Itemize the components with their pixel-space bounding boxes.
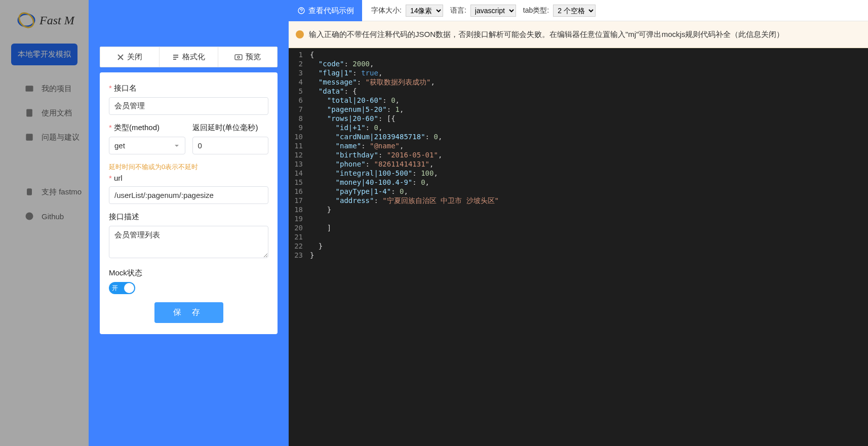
font-size-select[interactable]: 14像素: [406, 5, 443, 17]
close-icon: [117, 54, 124, 61]
code-line: 23}: [289, 251, 868, 260]
svg-point-8: [238, 56, 240, 58]
code-line: 18 }: [289, 205, 868, 214]
preview-button-label: 预览: [246, 52, 261, 62]
code-line: 13 "phone": "82611414131",: [289, 159, 868, 169]
mock-state-label: Mock状态: [109, 268, 268, 278]
help-icon: [297, 7, 305, 15]
delay-label: 返回延时(单位毫秒): [192, 123, 269, 133]
format-icon: [172, 54, 179, 61]
method-select[interactable]: get: [109, 137, 185, 154]
language-label: 语言:: [450, 6, 466, 15]
preview-icon: [234, 54, 243, 61]
code-line: 6 "total|20-60": 0,: [289, 96, 868, 105]
code-line: 4 "message": "获取数据列表成功",: [289, 77, 868, 87]
code-line: 1{: [289, 50, 868, 59]
save-button[interactable]: 保 存: [154, 302, 223, 323]
code-line: 2 "code": 2000,: [289, 59, 868, 68]
svg-rect-7: [235, 55, 242, 60]
code-line: 14 "integral|100-500": 100,: [289, 169, 868, 178]
view-example-label: 查看代码示例: [308, 6, 354, 16]
switch-text: 开: [112, 284, 118, 293]
code-line: 19: [289, 214, 868, 223]
drawer-toolbar: 关闭 格式化 预览: [100, 47, 278, 67]
tab-type-select[interactable]: 2 个空格: [553, 5, 596, 17]
view-example-button[interactable]: 查看代码示例: [289, 0, 362, 21]
close-button-label: 关闭: [127, 52, 142, 62]
editor-top-bar: 查看代码示例 字体大小: 14像素 语言: javascript tab类型: …: [289, 0, 868, 21]
code-line: 15 "money|40-100.4-9": 0,: [289, 178, 868, 187]
code-line: 20 ]: [289, 223, 868, 232]
editor-warning: 输入正确的不带任何注释代码的JSON数据，否则接口解析可能会失败。在编辑器任意位…: [289, 21, 868, 48]
code-line: 7 "pagenum|5-20": 1,: [289, 105, 868, 114]
font-size-label: 字体大小:: [371, 6, 402, 15]
mock-state-switch[interactable]: 开: [109, 282, 135, 294]
editor-area: 查看代码示例 字体大小: 14像素 语言: javascript tab类型: …: [289, 0, 868, 446]
close-button[interactable]: 关闭: [100, 47, 159, 67]
code-line: 8 "rows|20-60": [{: [289, 114, 868, 123]
delay-hint: 延时时间不输或为0表示不延时: [109, 163, 268, 172]
code-line: 9 "id|+1": 0,: [289, 123, 868, 132]
editor-settings-bar: 字体大小: 14像素 语言: javascript tab类型: 2 个空格: [362, 0, 868, 21]
code-line: 16 "payType|1-4": 0,: [289, 187, 868, 196]
code-line: 3 "flag|1": true,: [289, 68, 868, 77]
code-line: 5 "data": {: [289, 87, 868, 96]
api-name-label: 接口名: [109, 84, 268, 93]
method-label: 类型(method): [109, 123, 185, 133]
code-line: 12 "birthday": "2016-05-01",: [289, 150, 868, 159]
code-editor[interactable]: 1{2 "code": 2000,3 "flag|1": true,4 "mes…: [289, 48, 868, 260]
desc-textarea[interactable]: [109, 226, 268, 258]
api-form: 接口名 类型(method) get 返回延时(单位毫秒) 延时时间不输或为0表…: [100, 72, 278, 334]
code-line: 22 }: [289, 241, 868, 251]
language-select[interactable]: javascript: [470, 5, 516, 17]
format-button[interactable]: 格式化: [159, 47, 218, 67]
code-line: 17 "address": "宁夏回族自治区 中卫市 沙坡头区": [289, 196, 868, 205]
desc-label: 接口描述: [109, 212, 268, 222]
delay-input[interactable]: [192, 137, 269, 154]
api-name-input[interactable]: [109, 97, 268, 115]
code-line: 10 "cardNum|21039485718": 0,: [289, 132, 868, 141]
format-button-label: 格式化: [182, 52, 205, 62]
modal-backdrop[interactable]: [0, 0, 89, 446]
code-line: 11 "name": "@name",: [289, 141, 868, 150]
url-input[interactable]: [109, 186, 268, 204]
code-line: 21: [289, 232, 868, 241]
preview-button[interactable]: 预览: [218, 47, 277, 67]
api-edit-drawer: 关闭 格式化 预览 接口名 类型(method) get 返回延时(单位毫秒): [89, 0, 289, 446]
url-label: url: [109, 174, 268, 182]
tab-type-label: tab类型:: [523, 6, 549, 15]
